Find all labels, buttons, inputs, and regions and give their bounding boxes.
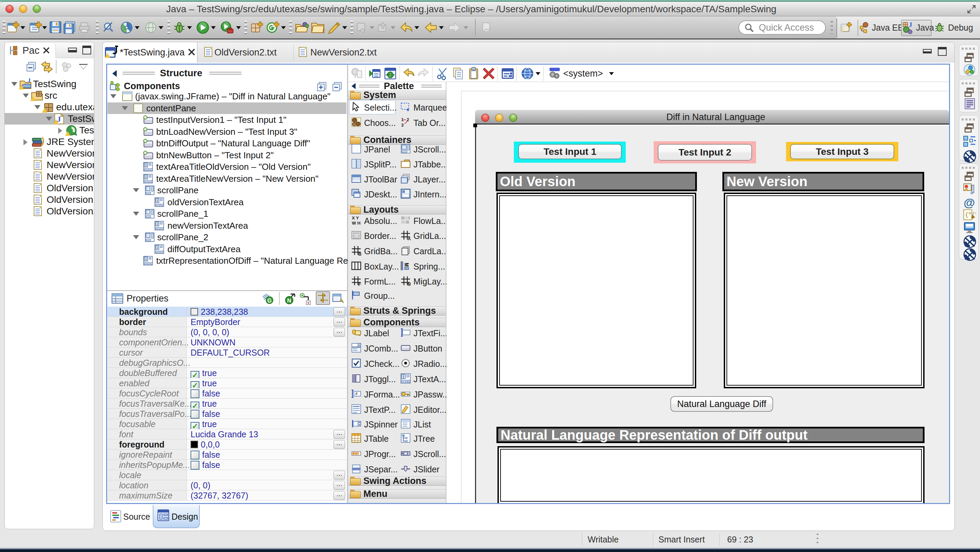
svg-text:M: M (408, 282, 411, 286)
svg-text:G: G (267, 298, 272, 304)
svg-text:I: I (145, 163, 147, 167)
svg-text:N: N (287, 297, 291, 304)
svg-text:#: # (355, 391, 358, 396)
svg-text:I: I (403, 374, 404, 379)
svg-text:X Y: X Y (352, 215, 359, 221)
svg-text:J: J (27, 78, 30, 84)
svg-text:F: F (358, 282, 361, 286)
svg-text:A: A (408, 236, 411, 240)
svg-text:−: − (334, 83, 339, 92)
svg-text:W H: W H (352, 221, 360, 225)
svg-text:I: I (145, 175, 147, 179)
svg-text:3: 3 (401, 122, 404, 127)
svg-text:J: J (909, 22, 912, 28)
svg-text:B: B (358, 251, 361, 256)
svg-text:I: I (145, 257, 147, 261)
svg-text:I: I (156, 222, 158, 226)
svg-text:I: I (156, 245, 158, 250)
svg-text:I: I (156, 199, 158, 202)
